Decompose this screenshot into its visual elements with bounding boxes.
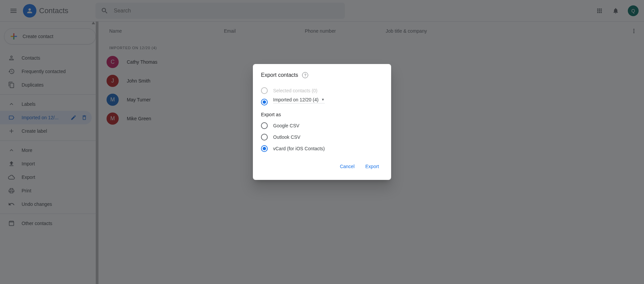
radio-label: Imported on 12/20 (4) — [273, 97, 319, 102]
radio-imported-label[interactable]: Imported on 12/20 (4) ▼ — [261, 96, 383, 108]
export-dialog: Export contacts ? Selected contacts (0) … — [253, 64, 391, 180]
dialog-scrim[interactable]: Export contacts ? Selected contacts (0) … — [0, 0, 644, 284]
radio-outlook-csv[interactable]: Outlook CSV — [261, 131, 383, 143]
radio-google-csv[interactable]: Google CSV — [261, 120, 383, 131]
help-button[interactable]: ? — [302, 72, 308, 78]
radio-vcard[interactable]: vCard (for iOS Contacts) — [261, 143, 383, 154]
radio-icon — [261, 99, 268, 105]
radio-selected-contacts: Selected contacts (0) — [261, 85, 383, 96]
radio-icon — [261, 145, 268, 152]
radio-label: Google CSV — [273, 123, 299, 128]
radio-icon — [261, 87, 268, 94]
export-as-label: Export as — [261, 112, 383, 117]
export-button[interactable]: Export — [361, 161, 383, 172]
radio-label: Selected contacts (0) — [273, 88, 318, 93]
radio-icon — [261, 134, 268, 140]
radio-icon — [261, 122, 268, 129]
dialog-title: Export contacts — [261, 72, 298, 78]
dropdown-icon[interactable]: ▼ — [321, 98, 325, 101]
cancel-button[interactable]: Cancel — [336, 161, 359, 172]
radio-label: vCard (for iOS Contacts) — [273, 146, 325, 151]
radio-label: Outlook CSV — [273, 134, 300, 140]
